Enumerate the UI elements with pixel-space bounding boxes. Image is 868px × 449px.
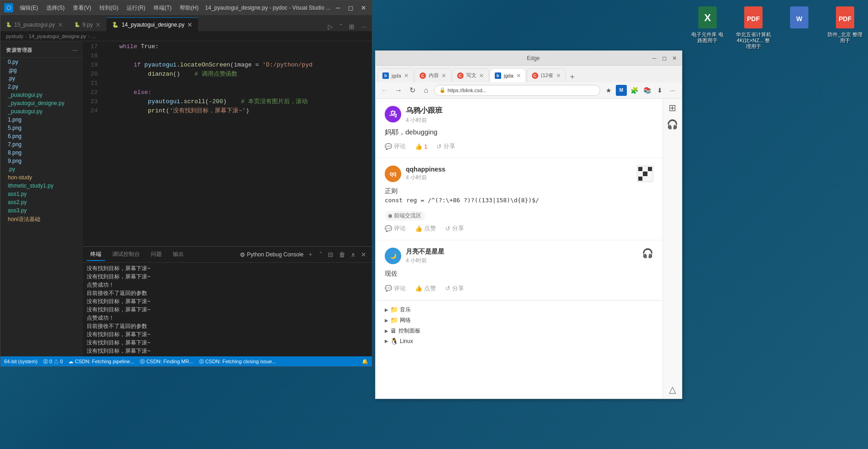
tab-14-close[interactable]: ✕ [187,21,193,28]
bing-button[interactable]: M [616,85,627,96]
forward-button[interactable]: → [393,85,404,96]
tab-close-12[interactable]: ✕ [556,72,561,79]
sidebar-item-8png[interactable]: 8.png [0,149,83,157]
vscode-app-icon[interactable]: ⬡ [4,3,13,12]
comment-action-share-moon[interactable]: ↺ 分享 [445,284,464,293]
split-editor-button[interactable]: ⊞ [347,22,356,31]
tab-close-jgda2[interactable]: ✕ [516,72,521,79]
statusbar-0[interactable]: ⓪ 0 △ 0 [43,358,63,365]
browser-content[interactable]: 乌 乌鸦小跟班 4 小时前 妈耶，debugging 💬 评论 👍 1 [376,99,663,399]
new-tab-button[interactable]: ＋ [567,71,578,82]
sidebar-item-0py[interactable]: 0.py [0,58,83,66]
breadcrumb-file[interactable]: 14_pyautogui_designe.py [29,33,86,39]
tab-9-close[interactable]: ✕ [95,21,101,28]
browser-tab-content[interactable]: C 内容 ✕ [415,68,451,82]
grid-view-icon[interactable]: ⊞ [669,102,676,113]
tree-item-music[interactable]: ▶ 📁 音乐 [381,305,657,315]
close-terminal-button[interactable]: ✕ [359,250,368,259]
sidebar-item-1png[interactable]: 1.png [0,116,83,124]
new-terminal-button[interactable]: ＋ [305,249,315,260]
menu-help[interactable]: 帮助(H) [176,3,202,13]
explorer-more-button[interactable]: ··· [72,48,77,53]
terminal-dropdown[interactable]: ˅ [317,250,324,259]
comment-action-like-moon[interactable]: 👍 点赞 [415,284,436,293]
sidebar-item-9png[interactable]: 9.png [0,157,83,165]
sidebar-item-hon-study[interactable]: hon-study [0,173,83,182]
statusbar-csdn2[interactable]: ⓪ CSDN: Finding MR... [140,358,194,365]
sidebar-item-5png[interactable]: 5.png [0,124,83,132]
sidebar-item-arithmetic[interactable]: ithmetic_study1.py [0,182,83,190]
collection-button[interactable]: 📚 [641,85,652,96]
tab-close-xieyi[interactable]: ✕ [479,72,484,79]
minimize-button[interactable]: ─ [333,3,343,12]
desktop-icon-excel[interactable]: X 电子元件库 电路图用于 [689,5,726,50]
delete-terminal-button[interactable]: 🗑 [337,250,347,259]
terminal-tab-debug[interactable]: 调试控制台 [109,249,144,261]
sidebar-item-ass1[interactable]: ass1.py [0,190,83,198]
tree-item-controlpanel[interactable]: ▶ 🖥 控制面板 [381,326,657,336]
menu-view[interactable]: 查看(V) [69,3,95,13]
comment-action-like-qq[interactable]: 👍 点赞 [415,224,436,233]
more-button[interactable]: ··· [667,85,678,96]
browser-close[interactable]: ✕ [671,55,678,62]
split-terminal-button[interactable]: ⊟ [326,250,335,259]
sidebar-item-jpg[interactable]: .jpg [0,66,83,74]
statusbar-bit[interactable]: 64-bit (system) [4,359,38,364]
menu-edit[interactable]: 编辑(E) [16,3,42,13]
browser-tab-12[interactable]: C (12省 ✕ [527,68,566,82]
run-dropdown[interactable]: ˅ [337,22,344,31]
breadcrumb-pystudy[interactable]: pystudy [6,33,23,39]
browser-maximize[interactable]: ◻ [661,55,668,62]
comment-action-share-qq[interactable]: ↺ 分享 [445,224,464,233]
sidebar-item-6png[interactable]: 6.png [0,132,83,140]
browser-tab-jgda1[interactable]: b jgda ✕ [377,68,414,82]
tab-15-close[interactable]: ✕ [58,21,63,28]
sidebar-item-ass2[interactable]: ass2.py [0,198,83,206]
menu-terminal[interactable]: 终端(T) [150,3,175,13]
refresh-button[interactable]: ↻ [407,85,418,96]
terminal-tab-terminal[interactable]: 终端 [87,249,105,261]
favorites-button[interactable]: ★ [603,85,614,96]
desktop-icon-pdf2[interactable]: PDF 防件_北京 整理用于 [827,5,863,50]
tree-item-network[interactable]: ▶ 📁 网络 [381,315,657,326]
sidebar-item-pyautogui-designe[interactable]: _pyautogui_designe.py [0,99,83,107]
desktop-icon-word[interactable]: W [781,5,818,50]
comment-action-like-wuya[interactable]: 👍 1 [415,143,427,150]
back-button[interactable]: ← [379,85,390,96]
tab-close-jgda1[interactable]: ✕ [404,72,409,79]
maximize-button[interactable]: ◻ [346,3,355,12]
comment-action-reply-qq[interactable]: 💬 评论 [385,224,406,233]
terminal-tab-output[interactable]: 输出 [169,249,188,261]
tag-qq[interactable]: 前端交流区 [385,211,425,221]
address-input[interactable]: 🔒 https://blink.csd... [434,85,600,96]
home-button[interactable]: ⌂ [420,85,431,96]
tab-close-content[interactable]: ✕ [442,72,446,79]
browser-minimize[interactable]: ─ [651,55,658,62]
tab-14-pyautogui[interactable]: 🐍 14_pyautogui_designe.py ✕ [106,17,198,31]
sidebar-item-puautogui2[interactable]: _puautogui.py [0,107,83,116]
menu-goto[interactable]: 转到(G) [96,3,122,13]
sidebar-item-py1[interactable]: .py [0,74,83,83]
more-actions-button[interactable]: ··· [359,22,368,31]
comment-action-share-wuya[interactable]: ↺ 分享 [437,142,455,150]
sidebar-item-honi[interactable]: honi语法基础 [0,215,83,224]
run-button[interactable]: ▷ [326,22,335,31]
breadcrumb-more[interactable]: ... [92,33,96,39]
menu-select[interactable]: 选择(S) [43,3,68,13]
tab-9py[interactable]: 🐍 9.py ✕ [69,17,107,31]
maximize-terminal-button[interactable]: ∧ [349,250,357,259]
menu-run[interactable]: 运行(R) [123,3,149,13]
extensions-button[interactable]: 🧩 [629,85,640,96]
sidebar-item-puautogui1[interactable]: _puautogui.py [0,91,83,99]
terminal-tab-problems[interactable]: 问题 [147,249,166,261]
headphone-icon[interactable]: 🎧 [642,248,653,259]
tab-15-puautogui[interactable]: 🐍 15_puautogui.py ✕ [0,17,69,31]
statusbar-csdn3[interactable]: ⓪ CSDN: Fetching closing issue... [199,358,276,365]
headset-icon[interactable]: 🎧 [667,119,678,130]
browser-tab-xieyi[interactable]: C 写文 ✕ [452,68,489,82]
desktop-icon-pdf1[interactable]: PDF 华北五省计算机 4K(比×NZ... 整理用于 [735,5,772,50]
scroll-up-icon[interactable]: △ [669,384,676,395]
statusbar-notif[interactable]: 🔔 [362,359,368,365]
statusbar-csdn1[interactable]: ☁ CSDN: Fetching pipeline... [68,359,134,365]
comment-action-reply-wuya[interactable]: 💬 评论 [385,142,406,150]
